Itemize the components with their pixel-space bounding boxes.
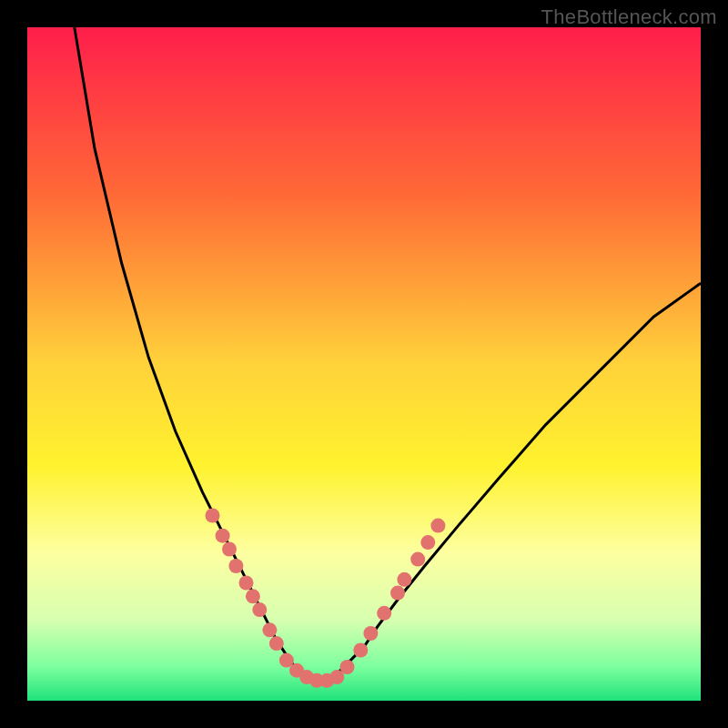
- chart-curves: [27, 27, 701, 701]
- scatter-point: [252, 602, 267, 617]
- scatter-point: [216, 529, 230, 543]
- scatter-point: [430, 519, 445, 533]
- scatter-point: [420, 535, 435, 550]
- scatter-point: [228, 559, 243, 573]
- left-bottleneck-curve: [75, 27, 310, 681]
- scatter-point: [397, 572, 411, 587]
- scatter-point: [353, 643, 368, 658]
- scatter-point: [269, 636, 284, 651]
- scatter-point: [363, 626, 378, 641]
- scatter-point: [410, 552, 425, 567]
- scatter-point: [377, 606, 391, 621]
- scatter-point: [340, 660, 355, 674]
- scatter-point: [390, 586, 405, 601]
- scatter-point: [206, 509, 220, 523]
- scatter-point: [239, 576, 254, 591]
- scatter-point: [222, 542, 237, 557]
- scatter-point: [262, 622, 277, 637]
- chart-plot-area: [27, 27, 701, 701]
- scatter-points: [206, 509, 446, 688]
- scatter-point: [246, 589, 260, 603]
- right-bottleneck-curve: [310, 283, 701, 681]
- watermark-text: TheBottleneck.com: [541, 5, 717, 29]
